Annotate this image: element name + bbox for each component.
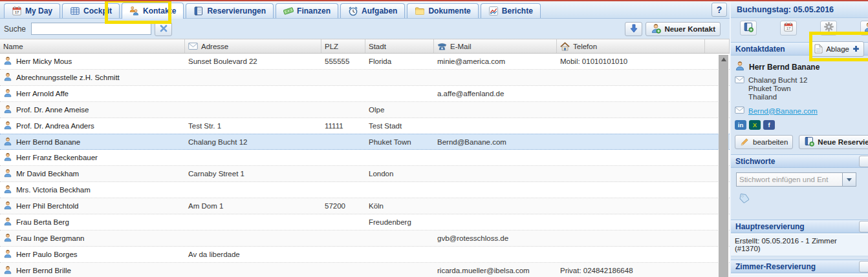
zimmer-reservierung-info[interactable]: 10.05.2016 - 14.05.2016 (#1370) xyxy=(731,274,868,277)
new-reservation-button[interactable] xyxy=(740,21,757,36)
tab-label: Berichte xyxy=(502,6,533,15)
person-icon xyxy=(735,61,745,73)
settings-gear-icon xyxy=(823,21,834,34)
cell-plz: 11111 xyxy=(321,122,365,130)
column-header-spare xyxy=(705,39,730,53)
new-contact-button[interactable]: Neuer Kontakt xyxy=(646,22,721,36)
calendar-button[interactable]: 17 xyxy=(780,21,797,36)
cell-name: Herr Bernd Banane xyxy=(0,137,185,147)
table-row[interactable]: Herr Bernd BananeChalang Bucht 12Phuket … xyxy=(0,134,730,150)
new-reservation-icon xyxy=(743,22,754,34)
tab-cockpit[interactable]: Cockpit xyxy=(62,3,120,18)
table-row[interactable]: Mrs. Victoria Beckham xyxy=(0,182,730,198)
column-label: E-Mail xyxy=(450,43,472,50)
table-row[interactable]: Herr Phil BerchtoldAm Dom 157200Köln xyxy=(0,198,730,214)
column-label: Telefon xyxy=(573,43,597,50)
tab-kontakte[interactable]: Kontakte xyxy=(122,3,184,19)
xing-icon[interactable]: X xyxy=(749,120,761,130)
table-row[interactable]: Mr David BeckhamCarnaby Street 1London xyxy=(0,166,730,182)
table-row[interactable]: Prof. Dr. Anne AmeiseOlpe xyxy=(0,102,730,118)
tab-my-day[interactable]: 17My Day xyxy=(4,3,60,18)
help-button[interactable]: ? xyxy=(711,3,727,17)
person-plus-icon xyxy=(651,23,661,35)
money-icon xyxy=(283,6,294,16)
cell-stadt: Test Stadt xyxy=(365,122,434,130)
book-icon xyxy=(193,6,204,16)
new-reservation-button[interactable]: Neue Reservierung xyxy=(799,135,868,149)
book-plus-icon xyxy=(804,136,814,148)
person-icon xyxy=(3,217,12,227)
table-row[interactable]: Herr Micky MousSunset Boulevard 22555555… xyxy=(0,54,730,70)
tab-berichte[interactable]: Berichte xyxy=(481,3,541,18)
clock-icon xyxy=(348,6,358,16)
table-row[interactable]: Herr Franz Beckenbauer xyxy=(0,150,730,166)
person-icon xyxy=(3,137,12,147)
hauptreservierung-info[interactable]: Erstellt: 05.05.2016 - 1 Zimmer (#1370) xyxy=(731,234,868,256)
cell-stadt: Köln xyxy=(365,202,434,210)
table-row[interactable]: Prof. Dr. Andrea AndersTest Str. 111111T… xyxy=(0,118,730,134)
table-row[interactable]: Frau Inge Bergmanngvb@rotesschloss.de xyxy=(0,231,730,247)
column-label: Adresse xyxy=(201,43,228,50)
cell-stadt: London xyxy=(365,170,434,178)
search-toolbar: Suche Neuer Kontakt xyxy=(0,19,730,39)
hauptreservierung-header-label: Hauptreservierung xyxy=(735,222,805,231)
cell-name: Herr Paulo Borges xyxy=(0,249,185,260)
table-row[interactable]: Herr Arnold Affea.affe@affenland.de xyxy=(0,86,730,102)
kontaktdaten-header: Kontaktdaten Ablage xyxy=(731,42,868,56)
cell-email: a.affe@affenland.de xyxy=(434,90,557,97)
tab-label: Kontakte xyxy=(143,6,176,15)
contact-person-button[interactable] xyxy=(860,21,868,36)
app-window: 17My DayCockpitKontakteReservierungenFin… xyxy=(0,0,868,277)
right-panel: Buchungstag: 05.05.2016 17 Kontaktdaten … xyxy=(730,1,868,277)
tab-reservierungen[interactable]: Reservierungen xyxy=(186,3,274,18)
person-icon xyxy=(3,121,12,131)
vertical-scrollbar[interactable] xyxy=(719,55,728,277)
collapse-button[interactable] xyxy=(859,221,868,232)
cell-name: Herr Arnold Affe xyxy=(0,88,185,99)
envelope-icon xyxy=(188,43,198,50)
table-row[interactable]: Herr Bernd Brillericarda.mueller@ibelsa.… xyxy=(0,263,730,277)
keyword-dropdown[interactable]: Stichwort einfügen und Ent xyxy=(736,172,856,187)
tab-dokumente[interactable]: Dokumente xyxy=(407,3,478,18)
dropdown-arrow-button[interactable] xyxy=(842,173,856,186)
cell-adresse: Test Str. 1 xyxy=(185,122,321,130)
column-label: Stadt xyxy=(369,43,386,50)
cell-email: gvb@rotesschloss.de xyxy=(434,234,557,242)
collapse-button[interactable] xyxy=(859,156,868,167)
cell-telefon: Mobil: 01010101010 xyxy=(557,57,705,65)
person-icon xyxy=(3,105,12,115)
column-header-stadt[interactable]: Stadt xyxy=(365,39,434,53)
contact-email-link[interactable]: Bernd@Banane.com xyxy=(748,107,818,115)
envelope-icon xyxy=(735,107,744,115)
panel-toolbar: 17 xyxy=(731,18,868,37)
table-row[interactable]: Abrechnungsstelle z.H. Schmitt xyxy=(0,70,730,86)
settings-gear-button[interactable] xyxy=(820,21,837,36)
facebook-icon[interactable]: f xyxy=(763,120,775,130)
new-contact-label: Neuer Kontakt xyxy=(664,25,715,33)
folder-icon xyxy=(415,6,425,16)
search-input[interactable] xyxy=(31,23,151,35)
column-header-plz[interactable]: PLZ xyxy=(321,39,365,53)
linkedin-icon[interactable]: in xyxy=(735,120,746,130)
column-header-email[interactable]: E-Mail xyxy=(434,39,557,53)
tab-label: My Day xyxy=(25,6,52,15)
column-header-telefon[interactable]: Telefon xyxy=(557,39,705,53)
ablage-button[interactable]: Ablage xyxy=(810,41,864,57)
chart-icon xyxy=(488,6,499,16)
person-icon xyxy=(3,88,12,99)
collapse-button[interactable] xyxy=(859,261,868,272)
tab-finanzen[interactable]: Finanzen xyxy=(276,3,338,18)
column-header-adresse[interactable]: Adresse xyxy=(185,39,321,53)
edit-contact-button[interactable]: bearbeiten xyxy=(735,135,793,149)
tab-aufgaben[interactable]: Aufgaben xyxy=(340,3,405,18)
cell-stadt: Florida xyxy=(365,57,434,65)
sort-down-button[interactable] xyxy=(625,22,642,36)
table-row[interactable]: Frau Berta BergFreudenberg xyxy=(0,214,730,231)
cell-name: Mrs. Victoria Beckham xyxy=(0,185,185,195)
table-row[interactable]: Herr Paulo BorgesAv da liberdade xyxy=(0,247,730,263)
tab-label: Reservierungen xyxy=(207,6,266,15)
scroll-up-button[interactable] xyxy=(719,55,728,64)
column-header-name[interactable]: Name xyxy=(0,39,185,53)
clear-search-button[interactable] xyxy=(155,22,172,36)
tab-label: Cockpit xyxy=(83,6,112,15)
